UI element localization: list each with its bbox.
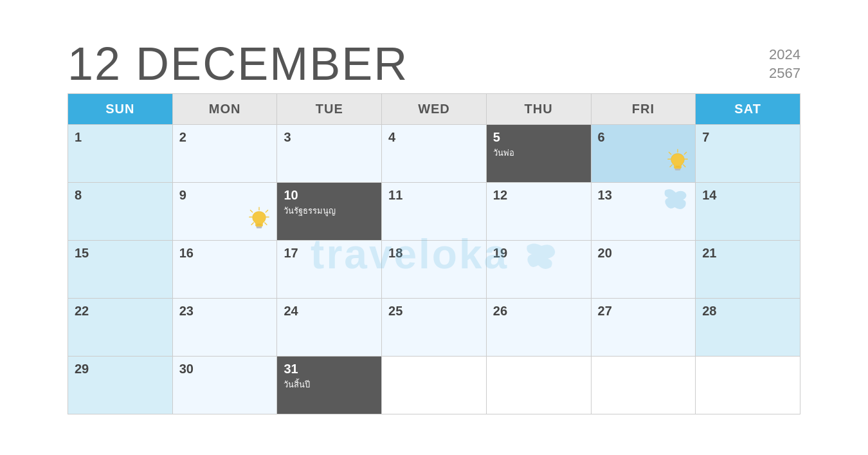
calendar-week-row: 12345วันพ่อ6 7	[68, 125, 800, 183]
calendar-cell[interactable]: 14	[696, 183, 800, 241]
day-number: 5	[493, 130, 584, 145]
calendar-cell[interactable]: 29	[68, 357, 173, 414]
header-thu: THU	[486, 94, 591, 125]
header-sun: SUN	[68, 94, 173, 125]
month-name: DECEMBER	[136, 38, 408, 89]
day-number: 27	[598, 304, 689, 319]
calendar-cell[interactable]: 11	[382, 183, 487, 241]
calendar-cell[interactable]: 15	[68, 241, 173, 299]
day-number: 19	[493, 246, 584, 261]
day-number: 21	[702, 246, 793, 261]
calendar-cell[interactable]: 30	[172, 357, 277, 414]
svg-line-11	[266, 210, 268, 212]
bird-icon	[661, 188, 690, 215]
calendar-header: 12 DECEMBER 2024 2567	[68, 41, 800, 87]
calendar-cell[interactable]: 13	[591, 183, 696, 241]
day-number: 1	[75, 130, 166, 145]
bulb-icon	[665, 149, 690, 178]
calendar-cell[interactable]: 25	[382, 299, 487, 357]
svg-line-1	[685, 152, 687, 154]
calendar-wrapper: traveloka SUN MON TUE WED THU FRI SAT	[68, 93, 800, 414]
day-number: 24	[284, 304, 375, 319]
holiday-name: วันสิ้นปี	[284, 378, 375, 391]
day-number: 22	[75, 304, 166, 319]
calendar-grid: SUN MON TUE WED THU FRI SAT 12345วันพ่อ6	[68, 93, 800, 414]
day-number: 15	[75, 246, 166, 261]
calendar-cell[interactable]: 5วันพ่อ	[486, 125, 591, 183]
day-number: 17	[284, 246, 375, 261]
day-number: 11	[388, 188, 480, 203]
svg-rect-19	[257, 227, 262, 228]
svg-line-15	[265, 223, 267, 225]
header-fri: FRI	[591, 94, 696, 125]
day-number: 26	[493, 304, 584, 319]
header-wed: WED	[382, 94, 487, 125]
day-number: 30	[179, 362, 271, 376]
calendar-week-row: 22232425262728	[68, 299, 800, 357]
calendar-cell[interactable]: 21	[696, 241, 800, 299]
calendar-cell[interactable]: 8	[68, 183, 173, 241]
weekday-header-row: SUN MON TUE WED THU FRI SAT	[68, 94, 800, 125]
day-number: 8	[75, 188, 166, 203]
day-number: 9	[179, 188, 271, 203]
year-ce: 2024	[769, 46, 800, 64]
calendar-cell[interactable]: 1	[68, 125, 173, 183]
calendar-week-row: 89 10วันรัฐธรรมนูญ111213 14	[68, 183, 800, 241]
calendar-cell[interactable]: 27	[591, 299, 696, 357]
day-number: 14	[702, 188, 793, 203]
calendar-cell[interactable]: 19	[486, 241, 591, 299]
calendar-cell[interactable]	[696, 357, 800, 414]
svg-line-2	[669, 152, 671, 154]
day-number: 31	[284, 362, 375, 376]
calendar-cell[interactable]: 28	[696, 299, 800, 357]
svg-line-6	[670, 165, 672, 167]
year-block: 2024 2567	[769, 41, 800, 82]
day-number: 2	[179, 130, 271, 145]
calendar-cell[interactable]: 26	[486, 299, 591, 357]
calendar-cell[interactable]: 17	[277, 241, 382, 299]
day-number: 28	[702, 304, 793, 319]
day-number: 18	[388, 246, 480, 261]
calendar-cell[interactable]: 7	[696, 125, 800, 183]
day-number: 10	[284, 188, 375, 203]
month-title: 12 DECEMBER	[68, 41, 408, 87]
day-number: 23	[179, 304, 271, 319]
day-number: 16	[179, 246, 271, 261]
bulb-icon	[247, 207, 271, 236]
header-mon: MON	[172, 94, 277, 125]
calendar-cell[interactable]: 20	[591, 241, 696, 299]
calendar-cell[interactable]: 4	[382, 125, 487, 183]
day-number: 12	[493, 188, 584, 203]
calendar-week-row: 15161718192021	[68, 241, 800, 299]
calendar-cell[interactable]: 23	[172, 299, 277, 357]
day-number: 20	[598, 246, 689, 261]
day-number: 4	[388, 130, 480, 145]
day-number: 29	[75, 362, 166, 376]
calendar-cell[interactable]: 6	[591, 125, 696, 183]
calendar-cell[interactable]: 3	[277, 125, 382, 183]
calendar-cell[interactable]: 31วันสิ้นปี	[277, 357, 382, 414]
day-number: 3	[284, 130, 375, 145]
svg-line-5	[683, 165, 685, 167]
calendar-cell[interactable]	[591, 357, 696, 414]
calendar-cell[interactable]: 16	[172, 241, 277, 299]
calendar-cell[interactable]: 18	[382, 241, 487, 299]
day-number: 6	[598, 130, 689, 145]
calendar-week-row: 293031วันสิ้นปี	[68, 357, 800, 414]
holiday-name: วันพ่อ	[493, 146, 584, 160]
svg-line-16	[251, 223, 253, 225]
header-tue: TUE	[277, 94, 382, 125]
day-number: 25	[388, 304, 480, 319]
year-be: 2567	[769, 64, 800, 83]
calendar-cell[interactable]: 2	[172, 125, 277, 183]
calendar-cell[interactable]: 10วันรัฐธรรมนูญ	[277, 183, 382, 241]
calendar-cell[interactable]	[486, 357, 591, 414]
calendar-cell[interactable]: 9	[172, 183, 277, 241]
calendar-cell[interactable]: 22	[68, 299, 173, 357]
svg-line-12	[251, 210, 253, 212]
calendar-cell[interactable]: 24	[277, 299, 382, 357]
day-number: 12	[68, 38, 122, 89]
calendar-cell[interactable]: 12	[486, 183, 591, 241]
calendar-cell[interactable]	[382, 357, 487, 414]
day-number: 7	[702, 130, 793, 145]
